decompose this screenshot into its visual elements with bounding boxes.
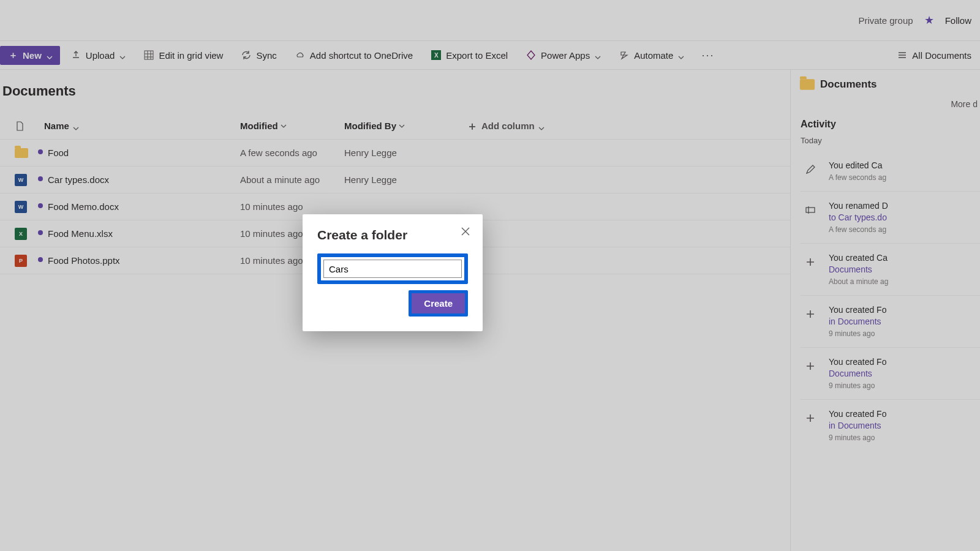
create-button[interactable]: Create xyxy=(412,293,465,313)
create-button-highlight: Create xyxy=(409,290,468,317)
close-icon xyxy=(461,227,470,236)
close-button[interactable] xyxy=(457,223,474,240)
folder-name-highlight xyxy=(317,253,468,284)
dialog-title: Create a folder xyxy=(317,228,468,242)
create-folder-dialog: Create a folder Create xyxy=(303,214,483,331)
folder-name-input[interactable] xyxy=(323,260,462,278)
modal-wrap: Create a folder Create xyxy=(0,0,980,551)
